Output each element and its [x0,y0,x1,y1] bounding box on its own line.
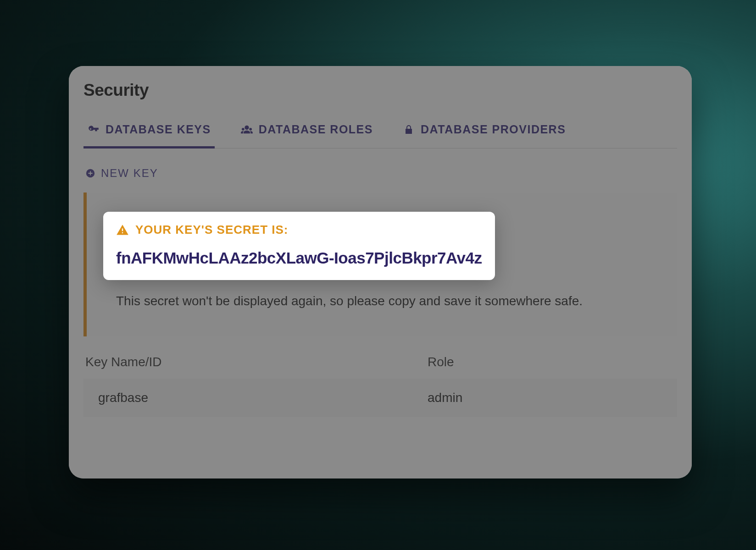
secret-alert: YOUR KEY'S SECRET IS: fnAFKMwHcLAAz2bcXL… [83,192,677,336]
secret-value[interactable]: fnAFKMwHcLAAz2bcXLawG-Ioas7PjlcBkpr7Av4z [116,249,482,267]
tab-label: DATABASE PROVIDERS [421,123,566,136]
secret-heading-text: YOUR KEY'S SECRET IS: [135,223,288,237]
tab-label: DATABASE KEYS [106,123,211,136]
column-header-name: Key Name/ID [83,355,428,369]
warning-icon [116,224,129,236]
tab-database-providers[interactable]: DATABASE PROVIDERS [399,115,569,148]
tabs: DATABASE KEYS DATABASE ROLES DATABASE PR… [83,115,677,148]
cell-key-role: admin [428,390,677,405]
new-key-button[interactable]: NEW KEY [83,148,677,192]
plus-circle-icon [85,168,95,178]
new-key-label: NEW KEY [101,167,158,180]
secret-heading: YOUR KEY'S SECRET IS: [116,223,482,237]
tab-database-keys[interactable]: DATABASE KEYS [83,115,215,148]
keys-table-header: Key Name/ID Role [83,346,677,379]
table-row[interactable]: grafbase admin [83,379,677,417]
column-header-role: Role [428,355,677,369]
users-icon [240,123,253,136]
lock-icon [402,123,415,136]
key-icon [87,123,100,136]
secret-card: YOUR KEY'S SECRET IS: fnAFKMwHcLAAz2bcXL… [103,212,495,280]
tab-label: DATABASE ROLES [259,123,373,136]
page-title: Security [83,81,677,100]
secret-hint: This secret won't be displayed again, so… [116,292,658,311]
tab-database-roles[interactable]: DATABASE ROLES [237,115,377,148]
security-panel: Security DATABASE KEYS DATABASE ROLES DA… [69,66,692,478]
cell-key-name: grafbase [83,390,428,405]
